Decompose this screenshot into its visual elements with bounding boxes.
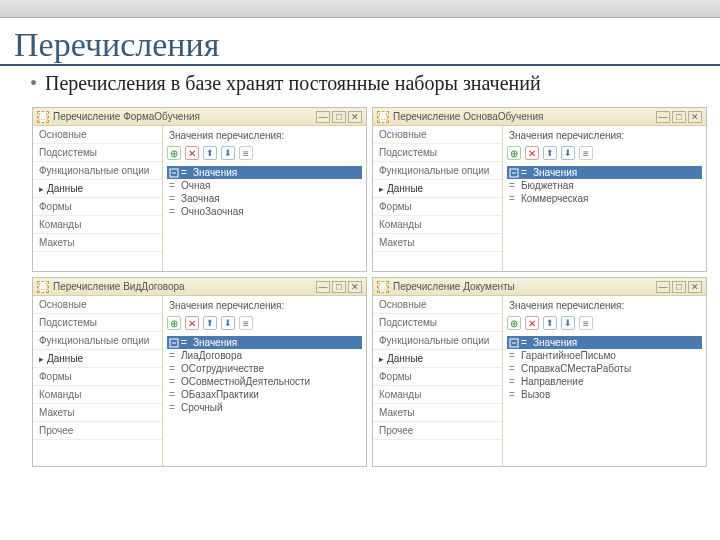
values-toolbar: ⊕ ✕ ⬆ ⬇ ≡	[507, 144, 702, 164]
value-row[interactable]: =ОБазахПрактики	[167, 388, 362, 401]
titlebar[interactable]: {..} Перечисление ВидДоговора — □ ✕	[33, 278, 366, 296]
nav-item[interactable]: Макеты	[33, 404, 162, 422]
close-button[interactable]: ✕	[688, 111, 702, 123]
move-up-button[interactable]: ⬆	[203, 316, 217, 330]
minimize-button[interactable]: —	[316, 281, 330, 293]
titlebar[interactable]: {..} Перечисление ОсноваОбучения — □ ✕	[373, 108, 706, 126]
minimize-button[interactable]: —	[656, 281, 670, 293]
nav-item[interactable]: Подсистемы	[33, 144, 162, 162]
value-row[interactable]: =СправкаСМестаРаботы	[507, 362, 702, 375]
move-down-button[interactable]: ⬇	[561, 146, 575, 160]
nav-item[interactable]: Основные	[373, 296, 502, 314]
enum-panel: {..} Перечисление ОсноваОбучения — □ ✕ О…	[372, 107, 707, 272]
move-down-button[interactable]: ⬇	[221, 316, 235, 330]
add-button[interactable]: ⊕	[507, 316, 521, 330]
nav-item[interactable]: Формы	[373, 368, 502, 386]
nav-item[interactable]: Основные	[373, 126, 502, 144]
close-button[interactable]: ✕	[348, 111, 362, 123]
nav-list: Основные Подсистемы Функциональные опции…	[373, 296, 503, 466]
values-toolbar: ⊕ ✕ ⬆ ⬇ ≡	[167, 144, 362, 164]
value-row-header[interactable]: =Значения	[507, 336, 702, 349]
add-button[interactable]: ⊕	[507, 146, 521, 160]
delete-button[interactable]: ✕	[185, 316, 199, 330]
values-label: Значения перечисления:	[507, 298, 702, 314]
values-toolbar: ⊕ ✕ ⬆ ⬇ ≡	[507, 314, 702, 334]
minimize-button[interactable]: —	[316, 111, 330, 123]
more-button[interactable]: ≡	[239, 146, 253, 160]
nav-item[interactable]: Прочее	[33, 422, 162, 440]
value-row[interactable]: =Очная	[167, 179, 362, 192]
value-row[interactable]: =ОчноЗаочная	[167, 205, 362, 218]
slide-bullet: •Перечисления в базе хранят постоянные н…	[0, 66, 720, 95]
value-row[interactable]: =Бюджетная	[507, 179, 702, 192]
window-title: Перечисление ВидДоговора	[53, 281, 185, 292]
move-down-button[interactable]: ⬇	[221, 146, 235, 160]
value-row[interactable]: =ГарантийноеПисьмо	[507, 349, 702, 362]
values-toolbar: ⊕ ✕ ⬆ ⬇ ≡	[167, 314, 362, 334]
nav-item[interactable]: Макеты	[373, 404, 502, 422]
maximize-button[interactable]: □	[332, 281, 346, 293]
nav-item[interactable]: Формы	[33, 368, 162, 386]
nav-item-active[interactable]: Данные	[373, 350, 502, 368]
move-up-button[interactable]: ⬆	[543, 146, 557, 160]
maximize-button[interactable]: □	[332, 111, 346, 123]
more-button[interactable]: ≡	[579, 146, 593, 160]
value-row-header[interactable]: =Значения	[167, 336, 362, 349]
value-row[interactable]: =ОСовместнойДеятельности	[167, 375, 362, 388]
move-up-button[interactable]: ⬆	[203, 146, 217, 160]
value-row[interactable]: =Срочный	[167, 401, 362, 414]
close-button[interactable]: ✕	[688, 281, 702, 293]
value-row[interactable]: =Заочная	[167, 192, 362, 205]
nav-item[interactable]: Подсистемы	[373, 314, 502, 332]
delete-button[interactable]: ✕	[525, 146, 539, 160]
nav-item[interactable]: Подсистемы	[33, 314, 162, 332]
nav-item[interactable]: Команды	[33, 216, 162, 234]
nav-item[interactable]: Команды	[373, 216, 502, 234]
delete-button[interactable]: ✕	[525, 316, 539, 330]
nav-item[interactable]: Формы	[373, 198, 502, 216]
maximize-button[interactable]: □	[672, 281, 686, 293]
nav-item[interactable]: Функциональные опции	[33, 332, 162, 350]
titlebar[interactable]: {..} Перечисление Документы — □ ✕	[373, 278, 706, 296]
nav-item[interactable]: Макеты	[33, 234, 162, 252]
value-row[interactable]: =Направление	[507, 375, 702, 388]
nav-item-active[interactable]: Данные	[33, 180, 162, 198]
slide-topbar	[0, 0, 720, 18]
value-row-header[interactable]: =Значения	[167, 166, 362, 179]
nav-item[interactable]: Основные	[33, 126, 162, 144]
value-row[interactable]: =Вызов	[507, 388, 702, 401]
nav-item-active[interactable]: Данные	[33, 350, 162, 368]
value-row[interactable]: =Коммерческая	[507, 192, 702, 205]
nav-item[interactable]: Команды	[373, 386, 502, 404]
nav-item[interactable]: Формы	[33, 198, 162, 216]
enum-panel: {..} Перечисление ВидДоговора — □ ✕ Осно…	[32, 277, 367, 467]
nav-item[interactable]: Основные	[33, 296, 162, 314]
nav-item[interactable]: Макеты	[373, 234, 502, 252]
enum-icon: {..}	[377, 281, 389, 293]
nav-item[interactable]: Прочее	[373, 422, 502, 440]
add-button[interactable]: ⊕	[167, 316, 181, 330]
more-button[interactable]: ≡	[239, 316, 253, 330]
add-button[interactable]: ⊕	[167, 146, 181, 160]
enum-panel: {..} Перечисление ФормаОбучения — □ ✕ Ос…	[32, 107, 367, 272]
nav-item-active[interactable]: Данные	[373, 180, 502, 198]
window-title: Перечисление Документы	[393, 281, 515, 292]
close-button[interactable]: ✕	[348, 281, 362, 293]
enum-icon: {..}	[377, 111, 389, 123]
delete-button[interactable]: ✕	[185, 146, 199, 160]
value-row-header[interactable]: =Значения	[507, 166, 702, 179]
nav-item[interactable]: Функциональные опции	[373, 162, 502, 180]
maximize-button[interactable]: □	[672, 111, 686, 123]
value-row[interactable]: =ОСотрудничестве	[167, 362, 362, 375]
minimize-button[interactable]: —	[656, 111, 670, 123]
value-row[interactable]: =ЛиаДоговора	[167, 349, 362, 362]
titlebar[interactable]: {..} Перечисление ФормаОбучения — □ ✕	[33, 108, 366, 126]
nav-item[interactable]: Команды	[33, 386, 162, 404]
value-list: =Значения =Бюджетная =Коммерческая	[507, 166, 702, 205]
more-button[interactable]: ≡	[579, 316, 593, 330]
nav-item[interactable]: Подсистемы	[373, 144, 502, 162]
nav-item[interactable]: Функциональные опции	[373, 332, 502, 350]
move-down-button[interactable]: ⬇	[561, 316, 575, 330]
nav-item[interactable]: Функциональные опции	[33, 162, 162, 180]
move-up-button[interactable]: ⬆	[543, 316, 557, 330]
